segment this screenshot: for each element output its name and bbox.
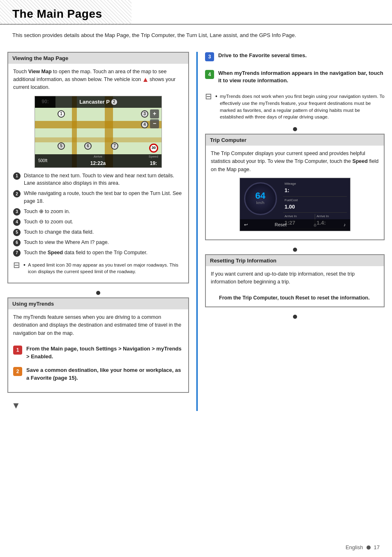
trip-intro-pre: The Trip Computer displays your current …	[211, 151, 365, 164]
viewing-map-section: Viewing the Map Page Touch View Map to o…	[7, 52, 189, 283]
map-num-7: 7	[111, 142, 118, 150]
item-circle-3: 3	[13, 208, 21, 216]
tc-speed-unit: km/h	[256, 200, 265, 206]
item-circle-4: 4	[13, 218, 21, 226]
page-title: The Main Pages	[12, 7, 380, 24]
map-bottom-bar: 500ft Arrive 12:22a Speed 19: 30	[35, 154, 161, 167]
viewing-map-intro: Touch View Map to open the map. Touch an…	[13, 68, 183, 92]
intro-paragraph: This section provides details about the …	[0, 31, 392, 39]
vehicle-icon	[143, 78, 148, 82]
left-column: Viewing the Map Page Touch View Map to o…	[7, 52, 196, 411]
map-note: ⊟ A speed limit icon 30 may appear as yo…	[13, 260, 183, 275]
tc-reset-label[interactable]: Reset	[275, 221, 287, 228]
note-icon-right: ⊟	[205, 91, 212, 101]
resetting-instruction-bold: From the Trip Computer, touch Reset to r…	[219, 295, 370, 301]
section-dot-separator-1	[96, 291, 100, 295]
map-image: 90: Lancaster P 2 1 + − 3 4	[35, 96, 162, 168]
tc-mileage-row: Mileage 1:	[283, 180, 347, 197]
map-item-1: 1 Distance to the next turn. Touch to vi…	[13, 172, 183, 188]
tc-speedometer: 64 km/h	[244, 182, 277, 215]
note-icon: ⊟	[13, 260, 20, 270]
mytrends-body: The myTrends feature senses when you are…	[8, 309, 188, 392]
tc-arrivein1-label: Arrive In	[285, 214, 313, 219]
tc-arrivein2-label: Arrive In	[317, 214, 345, 219]
item-circle-6: 6	[13, 239, 21, 246]
map-num-2: 2	[111, 98, 118, 106]
footer-language: English	[346, 544, 363, 550]
map-items-list: 1 Distance to the next turn. Touch to vi…	[13, 172, 183, 257]
map-num-4: 4	[141, 121, 148, 128]
zoom-out-btn[interactable]: −	[150, 119, 159, 128]
step-num-3: 3	[205, 52, 214, 61]
step-text-3: Drive to the Favorite several times.	[218, 52, 307, 60]
note-text: A speed limit icon 30 may appear as you …	[28, 262, 183, 275]
right-step-4: 4 When myTrends information appears in t…	[205, 70, 385, 85]
right-step-3: 3 Drive to the Favorite several times.	[205, 52, 385, 61]
trip-computer-image: 64 km/h Mileage 1: FuelCost	[240, 178, 350, 231]
mytrends-step-1: 1 From the Main page, touch Settings > N…	[13, 345, 183, 361]
resetting-instruction: From the Trip Computer, touch Reset to r…	[211, 294, 379, 302]
speed-limit-badge: 30	[149, 144, 158, 153]
section-dot-separator-4	[293, 315, 297, 319]
speed-bold-1: Speed	[48, 250, 63, 255]
map-time-val: 12:22a	[90, 160, 106, 167]
trip-computer-header: Trip Computer	[206, 135, 384, 146]
map-num-5: 5	[58, 142, 65, 150]
resetting-body-text: If you want current and up-to-date trip …	[211, 270, 379, 286]
viewing-map-header: Viewing the Map Page	[8, 53, 188, 64]
footer-dot	[367, 545, 371, 550]
note-content: A speed limit icon 30 may appear as you …	[23, 260, 183, 275]
mytrends-header: Using myTrends	[8, 298, 188, 309]
item-text-2: While navigating a route, touch the text…	[24, 190, 183, 205]
item-circle-7: 7	[13, 249, 21, 257]
mytrends-intro: The myTrends feature senses when you are…	[13, 313, 183, 337]
step-text-4: When myTrends information appears in the…	[218, 70, 385, 85]
item-circle-5: 5	[13, 229, 21, 236]
mytrends-section: Using myTrends The myTrends feature sens…	[7, 297, 189, 393]
tc-home-icon[interactable]: ⌂	[314, 221, 316, 228]
map-location-text: Lancaster P	[79, 98, 110, 106]
continued-arrow: ▼	[7, 400, 189, 411]
tc-mileage-block: Mileage 1:	[283, 181, 347, 195]
item-circle-1: 1	[13, 172, 21, 180]
main-content: Viewing the Map Page Touch View Map to o…	[0, 52, 392, 411]
speed-bold-2: Speed	[352, 158, 368, 164]
resetting-body: If you want current and up-to-date trip …	[206, 266, 384, 306]
map-num-3: 3	[141, 110, 148, 118]
map-arrive-label: Arrive	[94, 154, 102, 159]
mytrends-note-text: myTrends does not work when you first be…	[220, 93, 385, 121]
step-num-2: 2	[13, 367, 22, 376]
step-num-4: 4	[205, 70, 214, 79]
tc-fuelcost-block: FuelCost 1.00	[283, 198, 347, 211]
map-num-1: 1	[58, 110, 65, 118]
item-circle-2: 2	[13, 190, 21, 197]
section-dot-separator-3	[293, 248, 297, 252]
map-zoom-buttons: + −	[150, 109, 159, 128]
mytrends-note-content: myTrends does not work when you first be…	[215, 91, 385, 121]
trip-computer-intro: The Trip Computer displays your current …	[211, 150, 379, 174]
mytrends-step-2: 2 Save a common destination, like your h…	[13, 367, 183, 382]
resetting-header: Resetting Trip Information	[206, 255, 384, 266]
tc-bottom-bar: ↩ Reset ⌂ ♪	[240, 219, 350, 231]
zoom-in-btn[interactable]: +	[150, 109, 159, 118]
footer-page-number: 17	[374, 544, 380, 550]
map-distance-text: 500ft	[38, 158, 47, 164]
note-bullet: A speed limit icon 30 may appear as you …	[23, 262, 183, 275]
map-item-7: 7 Touch the Speed data field to open the…	[13, 249, 183, 257]
map-item-4: 4 Touch ⊖ to zoom out.	[13, 218, 183, 226]
tc-mileage-value: 1:	[285, 186, 345, 195]
item-text-6: Touch to view the Where Am I? page.	[24, 239, 109, 246]
tc-fuelcost-row: FuelCost 1.00	[283, 197, 347, 213]
viewing-map-body: Touch View Map to open the map. Touch an…	[8, 64, 188, 283]
item-text-1: Distance to the next turn. Touch to view…	[24, 172, 183, 188]
trip-computer-section: Trip Computer The Trip Computer displays…	[205, 134, 385, 240]
item-text-7: Touch the Speed data field to open the T…	[24, 249, 148, 257]
map-time-block: Arrive 12:22a	[90, 154, 106, 167]
map-speed-block: Speed 19:	[149, 154, 158, 167]
section-dot-separator-2	[293, 127, 297, 131]
map-speed-display: 19:	[150, 160, 157, 167]
tc-music-icon[interactable]: ♪	[344, 221, 346, 228]
map-speed-label-text: Speed	[149, 154, 158, 159]
tc-speed-val: 64	[255, 191, 265, 200]
tc-back-icon[interactable]: ↩	[244, 221, 248, 228]
